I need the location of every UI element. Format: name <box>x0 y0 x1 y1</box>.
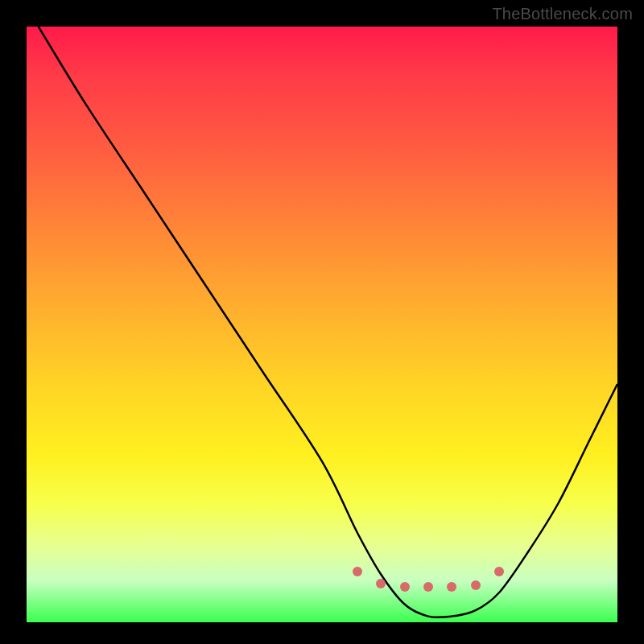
chart-background-gradient <box>27 27 617 622</box>
attribution-text: TheBottleneck.com <box>492 5 633 23</box>
